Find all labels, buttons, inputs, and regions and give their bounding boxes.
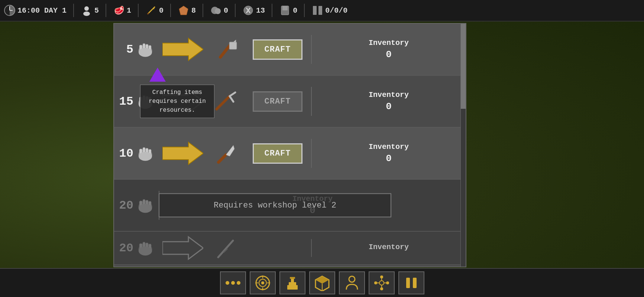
amount-cell-3: 10 <box>114 144 159 163</box>
result-cell-knife <box>207 141 244 166</box>
inventory-cell-3: Inventory 0 <box>311 139 466 168</box>
hatchet-icon <box>213 37 238 62</box>
topbar-armor: 0 <box>279 4 297 16</box>
armor-icon <box>279 4 291 16</box>
svg-marker-40 <box>162 142 203 164</box>
inventory-count-3: 0 <box>386 153 392 164</box>
craft-button-knife[interactable]: CRAFT <box>253 143 302 164</box>
svg-point-77 <box>380 275 383 278</box>
workshop-icon <box>284 275 301 291</box>
svg-rect-86 <box>413 278 417 288</box>
divider-7 <box>272 4 272 17</box>
wood-count: 8 <box>191 6 196 15</box>
craft-btn-cell-1: CRAFT <box>244 39 311 60</box>
amount-cell-4: 20 <box>114 196 159 215</box>
sword-icon <box>214 237 237 259</box>
result-cell-pickaxe <box>207 89 244 114</box>
svg-point-59 <box>231 281 235 285</box>
armor-count: 0 <box>293 6 297 15</box>
svg-point-54 <box>139 247 152 255</box>
time-display: 16:00 DAY 1 <box>17 6 67 15</box>
svg-point-8 <box>215 8 221 14</box>
glove-icon-1 <box>136 40 155 59</box>
result-cell-hatchet <box>207 37 244 62</box>
svg-point-2 <box>83 12 90 16</box>
divider-1 <box>73 4 74 17</box>
tools-icon <box>242 4 254 16</box>
inventory-count-1: 0 <box>386 49 392 60</box>
amount-cell-1: 5 <box>114 40 159 59</box>
bottom-toolbar <box>0 268 644 297</box>
tools-count: 13 <box>256 6 265 15</box>
svg-line-41 <box>219 155 226 162</box>
arrows-icon <box>145 4 157 16</box>
svg-rect-11 <box>282 6 288 10</box>
amount-number-3: 10 <box>119 147 133 160</box>
divider-8 <box>304 4 305 17</box>
glove-icon-3 <box>136 144 155 163</box>
pause-button[interactable] <box>398 271 424 294</box>
svg-marker-30 <box>162 90 203 112</box>
craft-button-hatchet[interactable]: CRAFT <box>253 39 302 60</box>
svg-marker-20 <box>162 38 203 61</box>
topbar-people: 5 <box>81 4 99 16</box>
dots-button[interactable] <box>220 271 246 294</box>
inventory-button[interactable] <box>309 271 335 294</box>
svg-marker-73 <box>315 276 329 284</box>
svg-rect-13 <box>318 6 322 15</box>
svg-rect-85 <box>406 278 410 288</box>
svg-marker-6 <box>179 6 188 15</box>
svg-line-5 <box>148 13 149 14</box>
knife-icon <box>213 141 238 166</box>
glove-icon-4 <box>136 196 155 215</box>
pickaxe-icon <box>213 89 238 114</box>
svg-point-80 <box>386 281 389 284</box>
dots-icon <box>226 278 240 287</box>
gray-arrow-2 <box>162 88 203 114</box>
svg-point-75 <box>349 276 355 282</box>
svg-line-56 <box>218 241 233 257</box>
scrollbar[interactable] <box>460 24 466 267</box>
triangle-indicator <box>149 68 166 82</box>
arrow-cell-5 <box>159 235 207 261</box>
locked-message-workshop: Requires workshop level 2 <box>159 193 391 218</box>
topbar-wood: 8 <box>178 4 196 16</box>
svg-point-48 <box>139 204 152 213</box>
svg-line-33 <box>230 96 233 102</box>
workshop-button[interactable] <box>279 271 305 294</box>
amount-number-4: 20 <box>119 199 133 212</box>
arrow-cell-2 <box>159 88 207 114</box>
person-icon <box>344 275 359 291</box>
craft-row-locked-bow: 20 Requires workshop level 2 Inventory 0 <box>114 180 466 232</box>
glove-icon-2 <box>136 92 155 111</box>
divider-3 <box>138 4 139 17</box>
craft-button-pickaxe[interactable]: CRAFT <box>253 91 302 112</box>
craft-btn-cell-3: CRAFT <box>244 143 311 164</box>
amount-number-5: 20 <box>119 241 133 255</box>
inventory-count-2: 0 <box>386 101 392 112</box>
craft-row-partial: 20 Inventory <box>114 232 466 265</box>
craft-row-pickaxe: Crafting items requires certain resource… <box>114 76 466 128</box>
svg-point-79 <box>374 281 377 284</box>
divider-2 <box>106 4 106 17</box>
svg-point-58 <box>226 281 229 285</box>
score-icon <box>311 4 323 16</box>
svg-point-39 <box>139 152 152 161</box>
topbar-score: 0/0/0 <box>311 4 347 16</box>
divider-4 <box>170 4 171 17</box>
network-button[interactable] <box>369 271 395 294</box>
target-button[interactable] <box>250 271 276 294</box>
inventory-label-2: Inventory <box>369 91 409 99</box>
score-display: 0/0/0 <box>325 6 347 15</box>
divider-6 <box>235 4 236 17</box>
person-button[interactable] <box>339 271 365 294</box>
scrollbar-thumb[interactable] <box>461 24 466 109</box>
inventory-cell-5: Inventory <box>311 239 466 257</box>
gray-arrow-5 <box>162 235 203 261</box>
craft-btn-cell-2: CRAFT <box>244 91 311 112</box>
craft-row-knife: 10 CRAFT Inven <box>114 128 466 180</box>
topbar-tools: 13 <box>242 4 265 16</box>
inventory-label-5: Inventory <box>369 243 409 251</box>
svg-point-78 <box>380 287 383 290</box>
topbar-time: 16:00 DAY 1 <box>4 4 67 16</box>
